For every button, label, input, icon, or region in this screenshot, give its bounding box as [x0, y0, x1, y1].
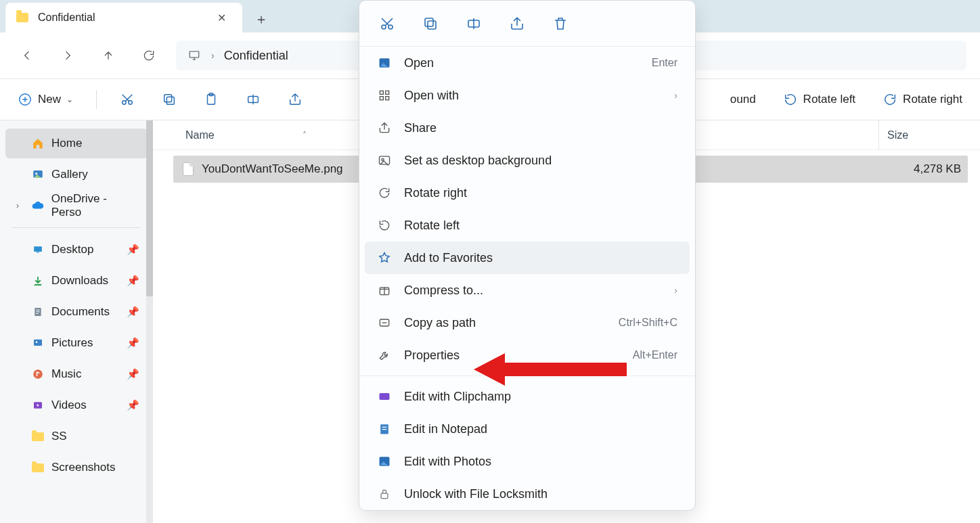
- ctx-set-background[interactable]: Set as desktop background: [365, 144, 690, 177]
- sidebar-item-onedrive[interactable]: › OneDrive - Perso: [5, 191, 148, 221]
- rename-icon[interactable]: [465, 15, 483, 32]
- download-icon: [31, 274, 45, 288]
- ctx-copy-path[interactable]: Copy as pathCtrl+Shift+C: [365, 306, 690, 339]
- copy-button[interactable]: [158, 86, 181, 113]
- svg-rect-38: [382, 429, 387, 430]
- svg-point-10: [35, 173, 37, 175]
- ctx-share[interactable]: Share: [365, 112, 690, 144]
- tab-title: Confidential: [38, 12, 95, 24]
- desktop-icon: [31, 243, 45, 256]
- sidebar-item-gallery[interactable]: Gallery: [5, 160, 148, 189]
- rotate-left-button[interactable]: Rotate left: [779, 86, 860, 113]
- cut-button[interactable]: [116, 86, 139, 113]
- ctx-locksmith[interactable]: Unlock with File Locksmith: [365, 478, 690, 510]
- sidebar-item-screenshots[interactable]: Screenshots: [5, 453, 148, 482]
- ctx-notepad[interactable]: Edit in Notepad: [365, 413, 690, 445]
- rotate-right-button[interactable]: Rotate right: [878, 86, 966, 113]
- sidebar-item-downloads[interactable]: Downloads📌: [5, 266, 148, 296]
- svg-rect-29: [380, 97, 383, 100]
- cut-icon[interactable]: [378, 15, 396, 32]
- context-menu: OpenEnter Open with› Share Set as deskto…: [359, 0, 696, 511]
- up-button[interactable]: [95, 42, 122, 69]
- sidebar-item-pictures[interactable]: Pictures📌: [5, 328, 148, 358]
- svg-rect-30: [386, 97, 389, 100]
- svg-rect-31: [380, 156, 390, 164]
- svg-rect-24: [425, 18, 433, 26]
- set-background-button-partial[interactable]: ound: [726, 86, 760, 113]
- apps-icon: [377, 88, 392, 103]
- refresh-button[interactable]: [135, 42, 162, 69]
- music-icon: [31, 367, 45, 381]
- svg-rect-11: [34, 246, 42, 252]
- svg-rect-5: [164, 95, 172, 102]
- lock-icon: [377, 486, 392, 501]
- column-size[interactable]: Size: [878, 120, 980, 150]
- gallery-icon: [31, 168, 45, 181]
- new-button[interactable]: New ⌄: [14, 86, 77, 113]
- ctx-open[interactable]: OpenEnter: [365, 47, 690, 79]
- pin-icon: 📌: [127, 244, 139, 256]
- chevron-right-icon: ›: [14, 201, 22, 210]
- tab-confidential[interactable]: Confidential ✕: [5, 3, 242, 32]
- chevron-right-icon: ›: [211, 50, 215, 61]
- picture-icon: [377, 153, 392, 168]
- path-icon: [377, 315, 392, 330]
- paste-button[interactable]: [200, 86, 223, 113]
- chevron-right-icon: ›: [674, 285, 677, 296]
- svg-rect-28: [386, 91, 389, 94]
- svg-rect-35: [380, 393, 390, 400]
- sidebar-item-videos[interactable]: Videos📌: [5, 390, 148, 420]
- rename-button[interactable]: [242, 86, 265, 113]
- delete-icon[interactable]: [552, 15, 569, 32]
- svg-rect-16: [36, 313, 38, 314]
- sidebar-item-home[interactable]: Home: [5, 129, 148, 158]
- home-icon: [31, 137, 45, 150]
- ctx-rotate-left[interactable]: Rotate left: [365, 209, 690, 242]
- ctx-rotate-right[interactable]: Rotate right: [365, 177, 690, 209]
- ctx-properties[interactable]: PropertiesAlt+Enter: [365, 339, 690, 371]
- svg-rect-14: [36, 310, 39, 311]
- address-folder: Confidential: [224, 49, 288, 63]
- star-icon: [377, 250, 392, 265]
- sidebar-item-desktop[interactable]: Desktop📌: [5, 235, 148, 265]
- svg-point-32: [382, 159, 384, 161]
- svg-rect-27: [380, 91, 383, 94]
- svg-point-18: [36, 341, 38, 343]
- pictures-icon: [31, 336, 45, 350]
- pin-icon: 📌: [127, 275, 139, 287]
- back-button[interactable]: [14, 42, 41, 69]
- ctx-photos[interactable]: Edit with Photos: [365, 445, 690, 478]
- folder-icon: [31, 461, 45, 474]
- svg-rect-17: [34, 340, 42, 346]
- forward-button[interactable]: [54, 42, 81, 69]
- separator: [12, 227, 141, 228]
- photos-icon: [377, 454, 392, 469]
- separator: [359, 376, 695, 376]
- ctx-add-favorites[interactable]: Add to Favorites: [365, 242, 690, 274]
- sort-asc-icon: ˄: [303, 131, 307, 140]
- share-button[interactable]: [284, 86, 307, 113]
- file-size: 4,278 KB: [914, 162, 961, 176]
- copy-icon[interactable]: [422, 15, 439, 32]
- ctx-clipchamp[interactable]: Edit with Clipchamp: [365, 380, 690, 413]
- image-icon: [377, 55, 392, 70]
- sidebar-scrollbar[interactable]: [146, 120, 153, 523]
- videos-icon: [31, 399, 45, 412]
- svg-rect-4: [166, 97, 174, 104]
- svg-rect-23: [428, 21, 436, 29]
- wrench-icon: [377, 348, 392, 363]
- share-icon[interactable]: [508, 15, 526, 32]
- ctx-open-with[interactable]: Open with›: [365, 79, 690, 112]
- chevron-down-icon: ⌄: [66, 95, 73, 104]
- new-tab-button[interactable]: ＋: [248, 5, 275, 32]
- file-name: YouDontWantToSeeMe.png: [202, 162, 343, 176]
- pin-icon: 📌: [127, 306, 139, 318]
- pin-icon: 📌: [127, 337, 139, 349]
- sidebar-item-ss[interactable]: SS: [5, 422, 148, 451]
- svg-rect-37: [382, 427, 387, 428]
- sidebar-item-music[interactable]: Music📌: [5, 359, 148, 389]
- ctx-compress[interactable]: Compress to...›: [365, 274, 690, 306]
- tab-close-button[interactable]: ✕: [212, 9, 231, 27]
- sidebar-item-documents[interactable]: Documents📌: [5, 297, 148, 327]
- cloud-icon: [31, 199, 45, 212]
